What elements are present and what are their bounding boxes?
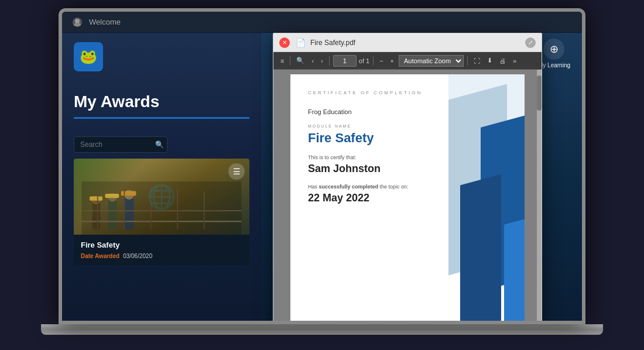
pdf-download-button[interactable]: ⬇ (485, 56, 495, 66)
pdf-close-button[interactable]: ✕ (279, 37, 290, 48)
pdf-zoom-in-button[interactable]: + (388, 56, 396, 66)
pdf-maximize-button[interactable]: ⤢ (525, 37, 536, 48)
pdf-search-button[interactable]: 🔍 (294, 56, 307, 66)
pdf-fullscreen-button[interactable]: ⛶ (471, 56, 482, 66)
pdf-next-button[interactable]: › (318, 56, 326, 66)
page-title: My Awards (62, 81, 261, 117)
pdf-zoom-out-button[interactable]: − (377, 56, 385, 66)
date-value: 03/06/2020 (123, 253, 152, 259)
compass-icon: ⊕ (550, 43, 559, 56)
pdf-page: CERTIFICATE OF COMPLETION Frog Education… (290, 74, 525, 324)
pdf-scrollbar[interactable] (537, 70, 542, 324)
award-title: Fire Safety (81, 241, 242, 249)
pdf-page-input[interactable] (333, 55, 357, 67)
menu-icon: ☰ (233, 167, 241, 176)
frog-logo: 🐸 (74, 42, 103, 71)
pdf-popup: ✕ 📄 Fire Safety.pdf ⤢ ≡ 🔍 (273, 33, 542, 324)
pdf-zoom-select[interactable]: Automatic Zoom (399, 55, 464, 67)
globe-icon: 🌐 (147, 183, 176, 211)
toolbar-sep-4 (467, 56, 468, 66)
pdf-print-button[interactable]: 🖨 (497, 56, 508, 66)
award-date-row: Date Awarded 03/06/2020 (81, 253, 242, 259)
svg-point-1 (75, 19, 80, 23)
top-bar: Welcome (62, 12, 582, 33)
pdf-top-bar: ✕ 📄 Fire Safety.pdf ⤢ (273, 33, 542, 52)
pdf-nav-button[interactable]: ≡ (278, 56, 286, 66)
laptop-screen: Welcome 🐸 My Awards (59, 8, 585, 324)
search-button[interactable]: 🔍 (155, 140, 164, 149)
toolbar-sep-3 (373, 56, 374, 66)
toolbar-sep-2 (329, 56, 330, 66)
pdf-filename: Fire Safety.pdf (310, 39, 355, 47)
card-menu-button[interactable]: ☰ (228, 163, 245, 180)
sidebar-logo-area: 🐸 (62, 33, 261, 81)
pdf-file-icon: 📄 (296, 38, 306, 47)
cert-completed-suffix: the topic on: (378, 184, 409, 190)
pdf-content: CERTIFICATE OF COMPLETION Frog Education… (273, 70, 542, 324)
pdf-title-area: 📄 Fire Safety.pdf (296, 38, 525, 47)
svg-point-2 (74, 23, 81, 26)
award-card-body: Fire Safety Date Awarded 03/06/2020 (74, 235, 249, 265)
pdf-toolbar: ≡ 🔍 ‹ › of 1 − + Automat (273, 52, 542, 70)
pdf-scrollbar-thumb[interactable] (537, 76, 542, 111)
pdf-page-total: of 1 (359, 57, 369, 64)
laptop-base (41, 324, 603, 335)
cert-completed-prefix: Has (308, 184, 319, 190)
search-area: 🔍 (62, 131, 261, 159)
frog-logo-icon: 🐸 (80, 49, 97, 65)
award-card-image: ☰ 🌐 (74, 159, 249, 235)
date-label: Date Awarded (81, 253, 119, 259)
toolbar-sep-1 (290, 56, 290, 66)
search-input[interactable] (74, 136, 167, 153)
my-learning-label: My Learning (538, 62, 570, 68)
main-layout: 🐸 My Awards 🔍 (62, 33, 582, 321)
screen-content: Welcome 🐸 My Awards (62, 12, 582, 321)
cert-geometry (419, 74, 525, 324)
left-sidebar: 🐸 My Awards 🔍 (62, 33, 261, 321)
pdf-prev-button[interactable]: ‹ (309, 56, 316, 66)
search-input-wrap: 🔍 (74, 136, 167, 153)
cert-header-text: CERTIFICATE OF COMPLETION (308, 90, 422, 95)
cert-completed-bold: successfully completed (319, 184, 379, 190)
my-learning-nav[interactable]: ⊕ My Learning (538, 39, 570, 68)
topbar-title: Welcome (89, 18, 121, 26)
award-card[interactable]: ☰ 🌐 Fire Safety Date Awarded 03/06/2020 (74, 159, 249, 265)
title-underline (74, 117, 249, 119)
nav-icon-circle: ⊕ (543, 39, 564, 60)
right-area: ⊕ My Learning ✕ 📄 Fire Safety.pdf (261, 33, 582, 321)
geo-shape-4 (460, 174, 501, 324)
laptop-shell: Welcome 🐸 My Awards (41, 8, 603, 342)
geo-shape-5 (504, 217, 525, 324)
app-logo-icon (71, 16, 83, 28)
pdf-more-button[interactable]: » (511, 56, 519, 66)
